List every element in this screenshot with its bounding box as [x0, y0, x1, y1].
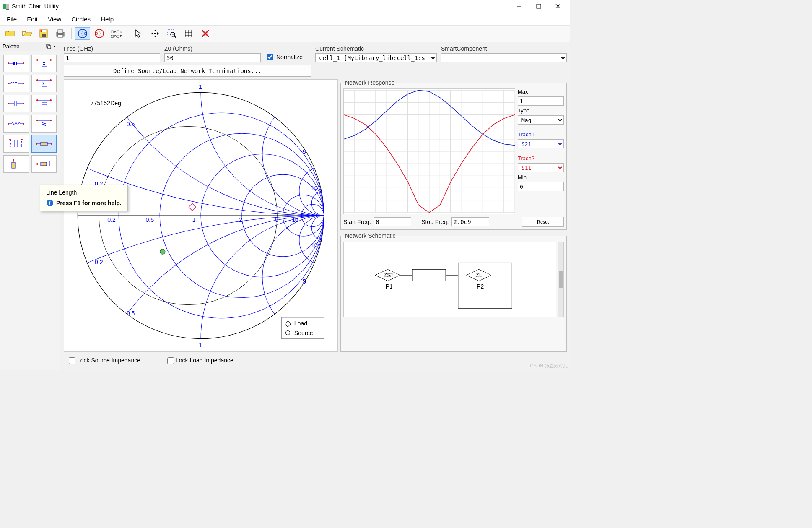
palette-shunt-cap[interactable]	[31, 95, 57, 112]
pointer-icon[interactable]	[131, 27, 146, 40]
svg-point-47	[50, 59, 52, 61]
menu-edit[interactable]: Edit	[23, 14, 42, 24]
zoom-rect-icon[interactable]	[164, 27, 179, 40]
palette-series-r[interactable]	[3, 115, 29, 133]
schematic-scrollbar[interactable]	[558, 242, 564, 317]
svg-point-66	[36, 99, 38, 101]
print-icon[interactable]	[53, 27, 68, 40]
network-response-panel: Network Response	[340, 79, 567, 230]
define-terminations-button[interactable]: Define Source/Load Network Terminations.…	[64, 65, 311, 77]
svg-point-109	[299, 216, 337, 265]
svg-rect-9	[58, 30, 63, 33]
close-button[interactable]	[548, 0, 568, 13]
type-select[interactable]: Mag	[518, 115, 564, 125]
minimize-button[interactable]	[510, 0, 529, 13]
svg-text:ZS*: ZS*	[384, 272, 394, 278]
current-schematic-select[interactable]: cell_1 [MyLibrary_lib:cell_1:s	[315, 53, 437, 62]
svg-point-108	[299, 166, 337, 216]
freq-input[interactable]	[64, 53, 160, 62]
svg-rect-19	[154, 33, 156, 34]
smartcomponent-label: SmartComponent	[441, 45, 567, 52]
delete-icon[interactable]	[198, 27, 213, 40]
svg-line-22	[174, 36, 176, 38]
normalize-checkbox[interactable]	[267, 54, 273, 60]
svg-point-21	[171, 32, 175, 36]
palette-line-length[interactable]	[31, 135, 57, 153]
schematic-canvas[interactable]: ZS* P1 ZL P2	[343, 242, 556, 317]
rx-annotate-icon[interactable]: ▢R▢X▢G▢B	[109, 27, 124, 40]
svg-rect-36	[16, 62, 17, 65]
svg-text:ZL: ZL	[475, 272, 482, 278]
pan-icon[interactable]	[148, 27, 163, 40]
smith-z-icon[interactable]	[75, 27, 90, 40]
svg-point-59	[23, 103, 24, 104]
svg-text:0.5: 0.5	[127, 121, 135, 127]
palette-series-cap[interactable]	[3, 95, 29, 112]
maximize-button[interactable]	[529, 0, 548, 13]
svg-point-38	[8, 62, 9, 64]
palette-undock-icon[interactable]	[46, 44, 51, 49]
palette-shunt-l[interactable]	[31, 75, 57, 92]
palette-shunt-c[interactable]	[31, 55, 57, 72]
menu-circles[interactable]: Circles	[67, 14, 95, 24]
min-input[interactable]	[518, 182, 564, 191]
svg-point-114	[160, 249, 165, 254]
svg-point-77	[21, 139, 23, 140]
smith-chart[interactable]: 0.2 0.2 0.5 0.5 1 1 5 5 10 10 0.2 0.5	[64, 79, 338, 352]
svg-point-72	[36, 120, 38, 121]
trace2-select[interactable]: S11	[518, 163, 564, 172]
palette-series-c[interactable]	[3, 55, 29, 72]
svg-point-53	[50, 79, 52, 81]
response-plot[interactable]	[343, 88, 515, 214]
menu-view[interactable]: View	[44, 14, 65, 24]
open-project-icon[interactable]	[19, 27, 34, 40]
palette-shunt-r[interactable]	[31, 115, 57, 133]
svg-rect-113	[189, 203, 196, 211]
svg-text:P2: P2	[477, 283, 484, 290]
start-freq-label: Start Freq:	[343, 218, 371, 225]
smith-y-icon[interactable]	[92, 27, 107, 40]
svg-rect-6	[42, 34, 46, 37]
svg-point-82	[51, 143, 52, 145]
smith-svg: 0.2 0.2 0.5 0.5 1 1 5 5 10 10 0.2 0.5	[64, 80, 337, 351]
svg-point-39	[23, 62, 24, 64]
palette-series-l[interactable]	[3, 75, 29, 92]
svg-point-48	[8, 83, 9, 84]
svg-rect-79	[41, 142, 47, 146]
z0-input[interactable]	[164, 53, 261, 62]
grid-snap-icon[interactable]	[181, 27, 196, 40]
menu-help[interactable]: Help	[96, 14, 118, 24]
reset-button[interactable]: Reset	[522, 217, 564, 227]
lock-source-checkbox[interactable]: Lock Source Impedance	[67, 356, 140, 365]
network-response-title: Network Response	[343, 79, 396, 86]
max-input[interactable]	[518, 96, 564, 106]
trace1-select[interactable]: S21	[518, 139, 564, 148]
title-bar: Smith Chart Utility	[0, 0, 570, 13]
palette-stub-open[interactable]	[3, 155, 29, 173]
max-label: Max	[518, 88, 564, 95]
type-label: Type	[518, 107, 564, 114]
svg-text:1: 1	[192, 216, 196, 223]
svg-point-7	[40, 30, 42, 32]
svg-text:10: 10	[311, 242, 318, 249]
start-freq-input[interactable]	[374, 217, 411, 226]
freq-label: Freq (GHz)	[64, 45, 160, 52]
svg-text:0.2: 0.2	[95, 259, 103, 265]
palette-stub-short[interactable]	[31, 155, 57, 173]
svg-text:10: 10	[311, 185, 318, 191]
current-schematic-label: Current Schematic	[315, 45, 437, 52]
palette-close-icon[interactable]	[52, 44, 57, 49]
svg-point-11	[78, 29, 87, 38]
save-icon[interactable]	[36, 27, 51, 40]
svg-text:Source: Source	[294, 330, 313, 336]
svg-point-14	[95, 29, 104, 38]
lock-load-checkbox[interactable]: Lock Load Impedance	[166, 356, 233, 365]
svg-rect-168	[412, 269, 446, 281]
network-schematic-title: Network Schematic	[343, 232, 397, 239]
open-folder-icon[interactable]	[3, 27, 18, 40]
smartcomponent-select[interactable]	[441, 53, 567, 62]
palette-transformer[interactable]	[3, 135, 29, 153]
stop-freq-input[interactable]	[451, 217, 489, 226]
trace2-label: Trace2	[518, 155, 564, 161]
menu-file[interactable]: File	[3, 14, 21, 24]
